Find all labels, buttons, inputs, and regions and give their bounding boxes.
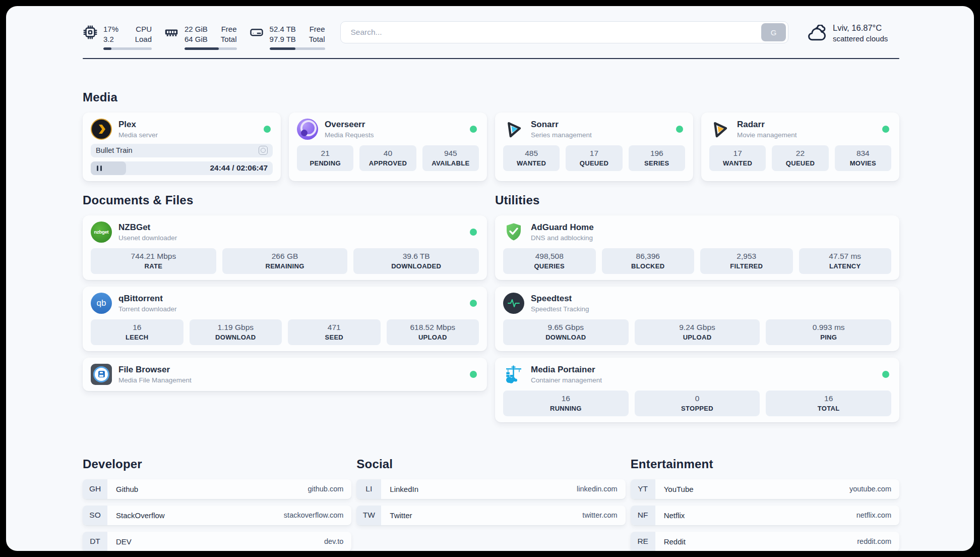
app-card-nzbget[interactable]: nzbget NZBGet Usenet downloader 744.21 M… bbox=[83, 215, 487, 280]
stat-wanted: 485 WANTED bbox=[503, 145, 560, 171]
column-entertainment: Entertainment YT YouTube youtube.com NF … bbox=[631, 457, 899, 551]
app-title: qBittorrent bbox=[118, 294, 177, 304]
column-social: Social LI LinkedIn linkedin.com TW Twitt… bbox=[356, 457, 625, 551]
memory-progress-fill bbox=[185, 47, 219, 50]
bookmark-reddit[interactable]: RE Reddit reddit.com bbox=[631, 532, 899, 551]
weather-widget: Lviv, 16.87°C scattered clouds bbox=[806, 21, 899, 43]
bookmark-name: Netflix bbox=[664, 511, 685, 520]
bookmark-abbr: RE bbox=[631, 532, 655, 551]
qbittorrent-icon: qb bbox=[91, 293, 112, 314]
plex-progress-row: 24:44 / 02:06:47 bbox=[91, 161, 273, 175]
app-title: Overseerr bbox=[325, 120, 374, 130]
cpu-progress-bar bbox=[103, 47, 152, 50]
app-card-overseerr[interactable]: Overseerr Media Requests 21 PENDING 40 A… bbox=[289, 113, 487, 181]
app-subtitle: Torrent downloader bbox=[118, 305, 177, 313]
bookmark-twitter[interactable]: TW Twitter twitter.com bbox=[356, 506, 625, 525]
stat-rate: 744.21 Mbps RATE bbox=[91, 248, 216, 274]
stat-stopped: 0 STOPPED bbox=[635, 391, 760, 416]
bookmark-url: linkedin.com bbox=[577, 485, 618, 493]
status-online-dot bbox=[470, 300, 477, 307]
bookmark-abbr: GH bbox=[83, 479, 107, 499]
bookmark-url: stackoverflow.com bbox=[284, 511, 343, 519]
status-online-dot bbox=[470, 126, 477, 133]
stat-downloaded: 39.6 TB DOWNLOADED bbox=[353, 248, 479, 274]
plex-now-playing-row: Bullet Train bbox=[91, 144, 273, 157]
status-online-dot bbox=[470, 229, 477, 236]
plex-icon bbox=[91, 119, 112, 140]
weather-location: Lviv, 16.87°C bbox=[833, 23, 888, 33]
cpu-usage-label: CPU bbox=[135, 24, 152, 34]
stat-queued: 22 QUEUED bbox=[772, 145, 828, 171]
disk-total-value: 97.9 TB bbox=[270, 34, 296, 44]
bookmark-name: YouTube bbox=[664, 485, 694, 493]
stat-seed: 471 SEED bbox=[288, 319, 381, 345]
bookmark-linkedin[interactable]: LI LinkedIn linkedin.com bbox=[356, 479, 625, 499]
stat-blocked: 86,396 BLOCKED bbox=[602, 248, 695, 274]
disk-widget: 52.4 TB 97.9 TB Free Total bbox=[249, 24, 325, 50]
session-screen-icon bbox=[259, 146, 268, 155]
app-card-plex[interactable]: Plex Media server Bullet Train 24:44 / 0… bbox=[83, 113, 281, 181]
app-card-adguard[interactable]: AdGuard Home DNS and adblocking 498,508 … bbox=[495, 215, 899, 280]
app-subtitle: Usenet downloader bbox=[118, 234, 177, 242]
bookmark-abbr: TW bbox=[356, 506, 381, 525]
pause-icon bbox=[97, 165, 102, 171]
stat-latency: 47.57 ms LATENCY bbox=[799, 248, 892, 274]
bookmark-dev[interactable]: DT DEV dev.to bbox=[83, 532, 351, 551]
stat-upload: 618.52 Mbps UPLOAD bbox=[387, 319, 479, 345]
section-title-utilities: Utilities bbox=[495, 193, 899, 207]
search-engine-button[interactable]: G bbox=[761, 23, 786, 41]
media-grid: Plex Media server Bullet Train 24:44 / 0… bbox=[83, 113, 899, 181]
disk-progress-fill bbox=[270, 47, 296, 50]
search-input[interactable] bbox=[350, 27, 762, 37]
bookmark-stackoverflow[interactable]: SO StackOverflow stackoverflow.com bbox=[83, 506, 351, 525]
cpu-usage-value: 17% bbox=[103, 24, 118, 34]
app-subtitle: Series management bbox=[531, 131, 592, 139]
app-card-speedtest[interactable]: Speedtest Speedtest Tracking 9.65 Gbps D… bbox=[495, 287, 899, 351]
bookmark-url: netflix.com bbox=[856, 511, 891, 519]
bookmark-abbr: NF bbox=[631, 506, 655, 525]
app-subtitle: Speedtest Tracking bbox=[531, 305, 589, 313]
bookmark-name: LinkedIn bbox=[390, 485, 418, 493]
nzbget-icon: nzbget bbox=[91, 221, 112, 243]
speedtest-icon bbox=[503, 293, 524, 314]
app-card-qbittorrent[interactable]: qb qBittorrent Torrent downloader 16 LEE… bbox=[83, 287, 487, 351]
stat-filtered: 2,953 FILTERED bbox=[700, 248, 793, 274]
app-title: Sonarr bbox=[531, 120, 592, 130]
app-title: File Browser bbox=[118, 365, 192, 375]
bookmark-name: Twitter bbox=[390, 511, 412, 520]
bookmark-netflix[interactable]: NF Netflix netflix.com bbox=[631, 506, 899, 525]
bookmark-name: DEV bbox=[116, 537, 132, 546]
bookmark-url: twitter.com bbox=[582, 511, 617, 519]
bookmark-github[interactable]: GH Github github.com bbox=[83, 479, 351, 499]
memory-free-label: Free bbox=[221, 24, 237, 34]
plex-progress-fill bbox=[91, 161, 126, 175]
section-title-documents: Documents & Files bbox=[83, 193, 487, 207]
section-title-social: Social bbox=[356, 457, 625, 471]
column-utilities: Utilities bbox=[495, 181, 899, 429]
topbar: 17% 3.2 CPU Load bbox=[83, 21, 899, 50]
weather-condition: scattered clouds bbox=[833, 34, 888, 43]
stat-queued: 17 QUEUED bbox=[566, 145, 622, 171]
app-title: NZBGet bbox=[118, 222, 177, 233]
bookmark-abbr: LI bbox=[356, 479, 381, 499]
bookmark-abbr: DT bbox=[83, 532, 107, 551]
stat-ping: 0.993 ms PING bbox=[766, 319, 891, 345]
disk-free-label: Free bbox=[309, 24, 325, 34]
bookmark-youtube[interactable]: YT YouTube youtube.com bbox=[631, 479, 899, 499]
search-box: G bbox=[340, 21, 789, 43]
disk-icon bbox=[249, 25, 264, 40]
app-card-filebrowser[interactable]: File Browser Media File Management bbox=[83, 358, 487, 391]
app-card-sonarr[interactable]: Sonarr Series management 485 WANTED 17 Q… bbox=[495, 113, 693, 181]
status-online-dot bbox=[470, 371, 477, 378]
app-card-portainer[interactable]: Media Portainer Container management 16 … bbox=[495, 358, 899, 422]
bookmark-url: reddit.com bbox=[857, 537, 891, 545]
section-title-media: Media bbox=[83, 90, 899, 104]
overseerr-icon bbox=[297, 119, 318, 140]
stat-total: 16 TOTAL bbox=[766, 391, 891, 416]
cpu-load-value: 3.2 bbox=[103, 34, 118, 44]
app-card-radarr[interactable]: Radarr Movie management 17 WANTED 22 QUE… bbox=[701, 113, 899, 181]
section-title-developer: Developer bbox=[83, 457, 351, 471]
app-title: Media Portainer bbox=[531, 365, 602, 375]
app-subtitle: Media Requests bbox=[325, 131, 374, 139]
disk-total-label: Total bbox=[309, 34, 325, 44]
